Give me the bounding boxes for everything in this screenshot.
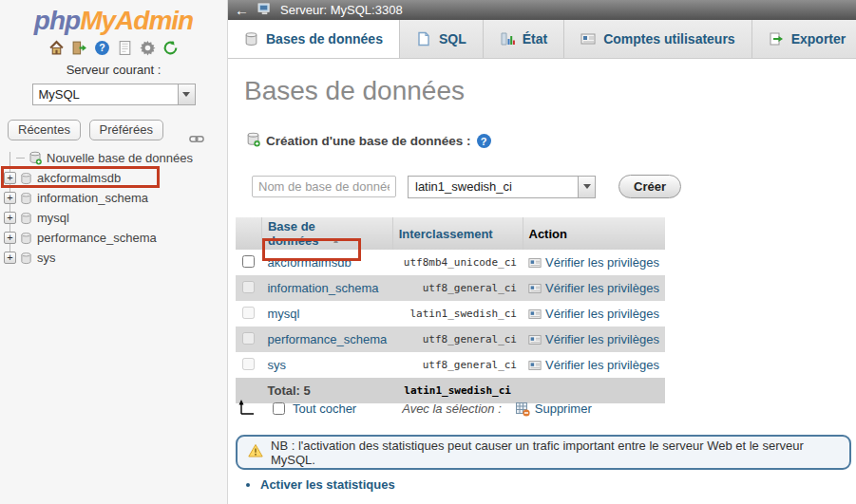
user-card-icon (580, 31, 596, 47)
privileges-icon (528, 256, 542, 270)
expand-plus-icon[interactable]: + (4, 172, 16, 184)
check-privileges-link[interactable]: Vérifier les privilèges (545, 255, 659, 270)
collation-value[interactable]: latin1_swedish_ci (392, 301, 523, 327)
drop-selected-label[interactable]: Supprimer (535, 401, 592, 416)
tree-item-new-database[interactable]: Nouvelle base de données (2, 148, 226, 168)
tab-export[interactable]: Exporter (752, 20, 856, 58)
tree-item-mysql[interactable]: + mysql (2, 208, 226, 228)
column-header-collation[interactable]: Interclassement (392, 217, 523, 250)
privileges-icon (528, 359, 542, 372)
table-row: performance_schema utf8_general_ci Vérif… (236, 327, 665, 352)
tree-item-label: performance_schema (37, 231, 157, 245)
tab-sql[interactable]: SQL (400, 20, 484, 58)
expand-plus-icon[interactable]: + (4, 212, 16, 224)
server-select[interactable]: MySQL (32, 84, 196, 105)
check-privileges-link[interactable]: Vérifier les privilèges (545, 358, 659, 372)
check-all-label[interactable]: Tout cocher (293, 401, 356, 416)
tree-item-akcformalmsdb[interactable]: + akcformalmsdb (2, 168, 226, 188)
server-tabs: Bases de données SQL État Comptes utilis… (228, 20, 856, 59)
home-icon[interactable] (48, 40, 65, 56)
sql-page-icon (416, 31, 431, 47)
databases-table: Base de données▲ Interclassement Action … (236, 217, 665, 403)
refresh-icon[interactable] (162, 40, 179, 56)
favorites-button[interactable]: Préférées (89, 120, 163, 140)
tab-label: Bases de données (266, 31, 383, 47)
check-privileges-link[interactable]: Vérifier les privilèges (545, 307, 659, 321)
collation-select-arrow[interactable] (578, 177, 595, 197)
back-arrow[interactable]: ← (235, 3, 249, 17)
database-link[interactable]: akcformalmsdb (267, 255, 351, 270)
enable-statistics-link[interactable]: Activer les statistiques (260, 477, 395, 492)
server-breadcrumb-bar: ← Serveur: MySQL:3308 (228, 0, 856, 20)
column-header-name[interactable]: Base de données▲ (261, 217, 392, 250)
privileges-icon (528, 308, 542, 321)
header-checkbox-cell (236, 217, 261, 250)
settings-gear-icon[interactable] (140, 40, 156, 56)
chevron-down-icon (583, 184, 591, 189)
tree-item-sys[interactable]: + sys (2, 248, 226, 268)
privileges-icon (528, 333, 542, 346)
database-icon (20, 192, 32, 205)
database-icon (20, 252, 32, 265)
database-icon (244, 31, 258, 47)
tab-status[interactable]: État (484, 20, 564, 58)
sort-asc-icon: ▲ (332, 236, 339, 245)
with-selected-label: Avec la sélection : (402, 401, 502, 416)
table-row: sys utf8_general_ci Vérifier les privilè… (236, 352, 665, 378)
database-icon (20, 172, 32, 185)
expand-plus-icon[interactable]: + (4, 192, 16, 204)
database-icon (20, 212, 32, 225)
check-all-arrow-icon (238, 399, 258, 419)
statistics-links: Activer les statistiques (234, 477, 395, 492)
privileges-icon (528, 282, 542, 295)
logo-myadmin-part: MyAdmin (80, 6, 193, 35)
svg-text:?: ? (99, 42, 105, 53)
new-database-icon (246, 132, 260, 150)
tab-label: SQL (439, 31, 466, 47)
database-tree: Nouvelle base de données + akcformalmsdb… (2, 148, 226, 268)
tab-label: État (523, 31, 547, 47)
collation-value[interactable]: utf8_general_ci (392, 275, 523, 301)
help-icon[interactable]: ? (477, 134, 491, 148)
tree-item-performance-schema[interactable]: + performance_schema (2, 228, 226, 248)
database-link[interactable]: performance_schema (267, 332, 387, 346)
navigation-sidebar: phpMyAdmin ? Serveur courant : MySQL Réc… (0, 0, 228, 504)
check-all-checkbox[interactable] (273, 402, 285, 415)
expand-plus-icon[interactable]: + (4, 232, 16, 244)
documentation-icon[interactable] (117, 40, 133, 56)
tree-item-label: sys (37, 251, 56, 265)
tab-user-accounts[interactable]: Comptes utilisateurs (564, 20, 751, 58)
check-privileges-link[interactable]: Vérifier les privilèges (545, 332, 659, 346)
row-checkbox[interactable] (242, 255, 255, 268)
database-link[interactable]: sys (267, 358, 286, 372)
recent-button[interactable]: Récentes (8, 120, 81, 140)
tree-item-information-schema[interactable]: + information_schema (2, 188, 226, 208)
server-select-arrow[interactable] (178, 84, 195, 104)
link-with-main-panel-icon[interactable] (189, 132, 204, 146)
collation-select-value: latin1_swedish_ci (415, 179, 512, 194)
database-icon (20, 232, 32, 245)
collation-value[interactable]: utf8_general_ci (392, 352, 523, 378)
create-database-heading: Création d'une base de données : (266, 134, 471, 148)
logout-icon[interactable] (71, 40, 87, 56)
table-row: akcformalmsdb utf8mb4_unicode_ci Vérifie… (236, 250, 665, 275)
phpmyadmin-logo[interactable]: phpMyAdmin (0, 6, 227, 36)
collation-select[interactable]: latin1_swedish_ci (408, 176, 596, 198)
database-link[interactable]: information_schema (267, 281, 378, 295)
notice-text: NB : l'activation des statistiques peut … (271, 439, 839, 467)
collation-value[interactable]: utf8_general_ci (392, 327, 523, 352)
help-icon[interactable]: ? (94, 40, 110, 56)
drop-table-icon (515, 401, 530, 417)
database-name-input[interactable] (252, 176, 396, 197)
database-link[interactable]: mysql (267, 307, 299, 321)
collation-value[interactable]: utf8mb4_unicode_ci (392, 250, 523, 275)
expand-plus-icon[interactable]: + (4, 252, 16, 264)
create-button[interactable]: Créer (618, 175, 681, 198)
create-database-section: Création d'une base de données : ? (246, 132, 491, 150)
statistics-notice: NB : l'activation des statistiques peut … (236, 435, 851, 470)
tree-item-label: Nouvelle base de données (47, 151, 193, 165)
tab-databases[interactable]: Bases de données (228, 20, 400, 59)
server-select-value: MySQL (39, 87, 80, 102)
check-privileges-link[interactable]: Vérifier les privilèges (545, 281, 659, 295)
drop-selected-button[interactable]: Supprimer (515, 401, 592, 417)
